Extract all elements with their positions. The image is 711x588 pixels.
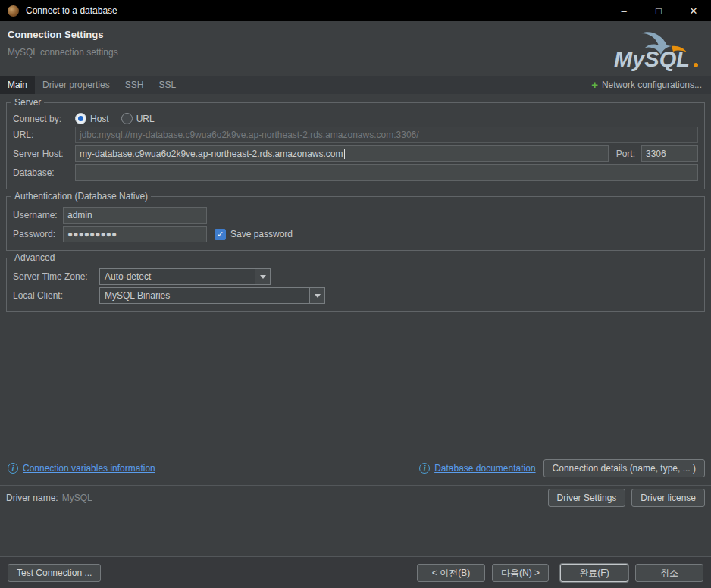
port-input[interactable]: 3306 (641, 145, 698, 162)
close-icon[interactable]: ✕ (676, 0, 711, 21)
username-input[interactable]: admin (63, 207, 207, 224)
dbeaver-app-icon (8, 5, 19, 17)
driver-settings-button[interactable]: Driver Settings (548, 489, 626, 507)
server-time-zone-label: Server Time Zone: (13, 271, 99, 282)
password-row: Password: ●●●●●●●●● ✓ Save password (13, 226, 698, 242)
titlebar[interactable]: Connect to a database – □ ✕ (0, 0, 711, 21)
page-title: Connection Settings (8, 29, 118, 40)
authentication-group: Authentication (Database Native) Usernam… (6, 196, 705, 251)
info-icon: i (8, 463, 18, 474)
url-input[interactable]: jdbc:mysql://my-database.c9wua6o2k9ve.ap… (75, 127, 698, 143)
save-password-checkbox[interactable]: ✓ Save password (215, 229, 293, 240)
local-client-select[interactable]: MySQL Binaries (99, 287, 325, 304)
driver-name-value: MySQL (62, 493, 92, 503)
host-radio[interactable]: Host (75, 113, 109, 124)
main-content: Server Connect by: Host URL URL: jdbc:my… (0, 94, 711, 485)
connect-by-label: Connect by: (13, 114, 75, 124)
save-password-label: Save password (230, 229, 293, 239)
database-documentation-link-text: Database documentation (434, 463, 535, 474)
dialog-header: Connection Settings MySQL connection set… (0, 21, 711, 76)
connection-variables-link[interactable]: i Connection variables information (8, 463, 155, 474)
connect-by-row: Connect by: Host URL (13, 113, 698, 124)
window-controls: – □ ✕ (606, 0, 711, 21)
authentication-group-legend: Authentication (Database Native) (11, 191, 151, 202)
database-row: Database: (13, 164, 698, 181)
header-text: Connection Settings MySQL connection set… (8, 27, 118, 76)
network-configurations-label: Network configurations... (602, 80, 702, 90)
server-host-label: Server Host: (13, 149, 75, 159)
server-host-row: Server Host: my-database.c9wua6o2k9ve.ap… (13, 145, 698, 162)
maximize-icon[interactable]: □ (641, 0, 676, 21)
port-label: Port: (616, 149, 635, 159)
spacer (0, 509, 711, 556)
database-label: Database: (13, 167, 75, 178)
window-title: Connect to a database (26, 5, 117, 16)
password-label: Password: (13, 229, 63, 239)
next-button[interactable]: 다음(N) > (492, 564, 549, 582)
tab-driver-properties[interactable]: Driver properties (35, 76, 117, 94)
server-group-legend: Server (11, 97, 44, 108)
advanced-group-legend: Advanced (11, 252, 58, 264)
database-documentation-link[interactable]: i Database documentation (419, 463, 535, 474)
connect-database-dialog: Connect to a database – □ ✕ Connection S… (0, 0, 711, 588)
bottom-button-bar: Test Connection ... < 이전(B) 다음(N) > 완료(F… (0, 556, 711, 588)
wizard-buttons: < 이전(B) 다음(N) > 완료(F) 취소 (417, 564, 703, 582)
url-row: URL: jdbc:mysql://my-database.c9wua6o2k9… (13, 127, 698, 143)
url-radio-label: URL (136, 114, 155, 124)
host-radio-icon (75, 113, 86, 124)
page-subtitle: MySQL connection settings (8, 47, 118, 58)
chevron-down-icon (309, 288, 324, 303)
footer-links-row: i Connection variables information i Dat… (6, 455, 705, 485)
driver-license-button[interactable]: Driver license (631, 489, 705, 507)
connection-variables-link-text: Connection variables information (23, 463, 155, 474)
finish-button[interactable]: 완료(F) (560, 564, 628, 582)
timezone-row: Server Time Zone: Auto-detect (13, 268, 698, 285)
server-time-zone-select[interactable]: Auto-detect (99, 268, 271, 285)
url-radio-icon (121, 113, 133, 124)
tab-ssh[interactable]: SSH (117, 76, 152, 94)
tabbar: Main Driver properties SSH SSL + Network… (0, 76, 711, 94)
server-host-value: my-database.c9wua6o2k9ve.ap-northeast-2.… (80, 149, 343, 159)
mysql-logo: MySQL (614, 27, 702, 76)
driver-row: Driver name: MySQL Driver Settings Drive… (0, 485, 711, 509)
mysql-logo-text: MySQL (614, 47, 690, 71)
password-input[interactable]: ●●●●●●●●● (63, 226, 207, 242)
username-label: Username: (13, 210, 63, 220)
tab-ssl[interactable]: SSL (151, 76, 183, 94)
driver-name-label: Driver name: (6, 493, 58, 503)
tab-main[interactable]: Main (0, 76, 35, 94)
text-caret (344, 149, 345, 159)
connection-details-button[interactable]: Connection details (name, type, ... ) (543, 459, 705, 477)
username-row: Username: admin (13, 207, 698, 224)
footer-links-right: i Database documentation Connection deta… (419, 459, 705, 477)
advanced-group: Advanced Server Time Zone: Auto-detect L… (6, 258, 705, 312)
chevron-down-icon (255, 269, 270, 284)
local-client-value: MySQL Binaries (105, 290, 170, 301)
server-group: Server Connect by: Host URL URL: jdbc:my… (6, 102, 705, 189)
url-label: URL: (13, 130, 75, 140)
server-time-zone-value: Auto-detect (105, 271, 151, 282)
test-connection-button[interactable]: Test Connection ... (8, 564, 101, 582)
info-icon: i (419, 463, 430, 474)
database-input[interactable] (75, 164, 698, 181)
checkbox-check-icon: ✓ (215, 229, 226, 240)
minimize-icon[interactable]: – (606, 0, 641, 21)
url-radio[interactable]: URL (121, 113, 155, 124)
plus-icon: + (591, 80, 598, 89)
server-host-input[interactable]: my-database.c9wua6o2k9ve.ap-northeast-2.… (75, 145, 609, 162)
local-client-row: Local Client: MySQL Binaries (13, 287, 698, 304)
local-client-label: Local Client: (13, 290, 99, 301)
network-configurations-link[interactable]: + Network configurations... (591, 76, 711, 94)
cancel-button[interactable]: 취소 (635, 564, 703, 582)
driver-buttons: Driver Settings Driver license (548, 489, 705, 507)
back-button[interactable]: < 이전(B) (417, 564, 485, 582)
host-radio-label: Host (90, 114, 109, 124)
